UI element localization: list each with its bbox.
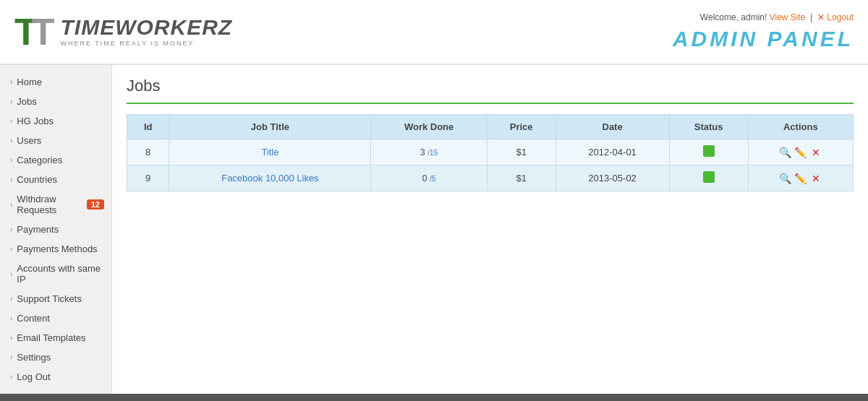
sidebar-item-label: Withdraw Requests: [17, 194, 82, 215]
sidebar-item-label: Countries: [17, 174, 57, 185]
sidebar-item-content[interactable]: ›Content: [0, 309, 111, 328]
sidebar-item-withdraw-requests[interactable]: ›Withdraw Requests12: [0, 189, 111, 220]
logo-area: TT TIMEWORKERZ WHERE TIME REALY IS MONEY: [14, 13, 232, 51]
table-header-date: Date: [556, 115, 669, 139]
header: TT TIMEWORKERZ WHERE TIME REALY IS MONEY…: [0, 0, 868, 65]
sidebar-item-email-templates[interactable]: ›Email Templates: [0, 328, 111, 348]
sidebar-item-label: Content: [17, 313, 50, 324]
table-header-status: Status: [669, 115, 748, 139]
job-title-link[interactable]: Title: [261, 147, 278, 158]
sidebar-item-accounts-with-same-ip[interactable]: ›Accounts with same IP: [0, 259, 111, 289]
chevron-right-icon: ›: [10, 225, 12, 233]
sidebar-item-categories[interactable]: ›Categories: [0, 150, 111, 170]
sidebar-item-label: Categories: [17, 155, 62, 165]
sidebar-item-label: Email Templates: [17, 332, 85, 343]
logo-company: TIMEWORKERZ WHERE TIME REALY IS MONEY: [61, 17, 233, 47]
job-title-cell: Title: [169, 139, 371, 165]
chevron-right-icon: ›: [10, 314, 12, 322]
table-header-price: Price: [487, 115, 556, 139]
work-done-total-link[interactable]: /5: [430, 175, 435, 183]
job-id: 8: [127, 139, 169, 165]
view-site-link[interactable]: View Site: [770, 12, 806, 22]
job-title-link[interactable]: Facebook 10,000 Likes: [221, 173, 318, 184]
chevron-right-icon: ›: [10, 373, 12, 381]
table-body: 8Title3 /15$12012-04-01🔍✏️✕9Facebook 10,…: [127, 139, 854, 191]
content-area: Jobs IdJob TitleWork DonePriceDateStatus…: [112, 65, 868, 394]
sidebar-item-support-tickets[interactable]: ›Support Tickets: [0, 289, 111, 309]
status-badge: [703, 145, 715, 157]
chevron-right-icon: ›: [10, 137, 12, 145]
logo-icon: TT: [14, 13, 55, 51]
sidebar-item-home[interactable]: ›Home: [0, 72, 111, 92]
sidebar-item-label: Accounts with same IP: [17, 263, 104, 285]
job-id: 9: [127, 165, 169, 191]
status-cell: [669, 139, 748, 165]
chevron-right-icon: ›: [10, 117, 12, 125]
chevron-right-icon: ›: [10, 156, 12, 164]
main-layout: ›Home›Jobs›HG Jobs›Users›Categories›Coun…: [0, 65, 868, 394]
sidebar-item-jobs[interactable]: ›Jobs: [0, 92, 111, 111]
work-done-cell: 0 /5: [371, 165, 487, 191]
job-title-cell: Facebook 10,000 Likes: [169, 165, 371, 191]
delete-icon[interactable]: ✕: [809, 146, 822, 159]
chevron-right-icon: ›: [10, 201, 12, 209]
logo-company-name: TIMEWORKERZ: [61, 17, 233, 38]
page-title: Jobs: [127, 77, 854, 95]
sidebar-item-settings[interactable]: ›Settings: [0, 348, 111, 367]
chevron-right-icon: ›: [10, 245, 12, 253]
status-badge: [703, 171, 715, 183]
status-cell: [669, 165, 748, 191]
sidebar-item-label: Home: [17, 77, 42, 87]
sidebar-item-hg-jobs[interactable]: ›HG Jobs: [0, 111, 111, 131]
sidebar-badge: 12: [87, 199, 104, 210]
price-cell: $1: [487, 139, 556, 165]
table-header-row: IdJob TitleWork DonePriceDateStatusActio…: [127, 115, 854, 139]
table-header-actions: Actions: [748, 115, 853, 139]
work-done-value: 3: [420, 147, 425, 158]
chevron-right-icon: ›: [10, 334, 12, 342]
chevron-right-icon: ›: [10, 78, 12, 86]
chevron-right-icon: ›: [10, 353, 12, 361]
table-row: 9Facebook 10,000 Likes0 /5$12013-05-02🔍✏…: [127, 165, 854, 191]
logo-tagline: WHERE TIME REALY IS MONEY: [61, 40, 233, 47]
chevron-right-icon: ›: [10, 176, 12, 184]
work-done-total-link[interactable]: /15: [427, 149, 438, 157]
work-done-cell: 3 /15: [371, 139, 487, 165]
welcome-message: Welcome, admin! View Site | ✕ Logout: [673, 12, 854, 22]
sidebar: ›Home›Jobs›HG Jobs›Users›Categories›Coun…: [0, 65, 112, 394]
sidebar-item-label: Users: [17, 135, 41, 146]
sidebar-item-users[interactable]: ›Users: [0, 131, 111, 150]
admin-panel-title: ADMIN PANEL: [673, 27, 854, 51]
price-cell: $1: [487, 165, 556, 191]
table-header-work-done: Work Done: [371, 115, 487, 139]
sidebar-item-log-out[interactable]: ›Log Out: [0, 367, 111, 387]
chevron-right-icon: ›: [10, 270, 12, 278]
sidebar-item-label: Payments Methods: [17, 243, 97, 254]
table-header-job-title: Job Title: [169, 115, 371, 139]
edit-icon[interactable]: ✏️: [794, 172, 807, 185]
view-icon[interactable]: 🔍: [779, 172, 792, 185]
sidebar-item-label: Payments: [17, 224, 59, 235]
sidebar-item-countries[interactable]: ›Countries: [0, 170, 111, 189]
sidebar-item-label: Support Tickets: [17, 293, 82, 304]
logo-t2: T: [32, 13, 55, 51]
title-divider: [127, 103, 854, 104]
header-right: Welcome, admin! View Site | ✕ Logout ADM…: [673, 12, 854, 51]
sidebar-item-label: HG Jobs: [17, 116, 54, 126]
welcome-label: Welcome, admin!: [700, 12, 767, 22]
actions-cell: 🔍✏️✕: [748, 139, 853, 165]
sidebar-item-label: Settings: [17, 352, 51, 363]
sidebar-item-payments-methods[interactable]: ›Payments Methods: [0, 239, 111, 259]
chevron-right-icon: ›: [10, 98, 12, 105]
logout-link[interactable]: Logout: [827, 12, 854, 22]
sidebar-item-label: Jobs: [17, 96, 36, 107]
date-cell: 2012-04-01: [556, 139, 669, 165]
delete-icon[interactable]: ✕: [809, 172, 822, 185]
date-cell: 2013-05-02: [556, 165, 669, 191]
actions-cell: 🔍✏️✕: [748, 165, 853, 191]
sidebar-item-payments[interactable]: ›Payments: [0, 220, 111, 239]
view-icon[interactable]: 🔍: [779, 146, 792, 159]
sidebar-item-label: Log Out: [17, 371, 50, 382]
edit-icon[interactable]: ✏️: [794, 146, 807, 159]
work-done-value: 0: [422, 173, 427, 184]
